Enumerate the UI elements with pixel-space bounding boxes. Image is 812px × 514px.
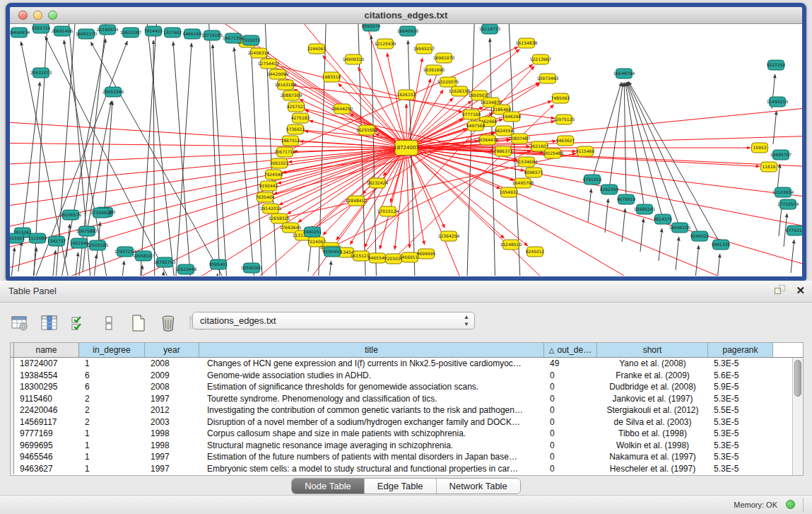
graph-node[interactable] bbox=[770, 97, 786, 107]
graph-node[interactable] bbox=[616, 69, 632, 78]
graph-edge[interactable] bbox=[695, 245, 699, 276]
graph-node[interactable] bbox=[637, 204, 653, 214]
graph-node[interactable] bbox=[293, 113, 309, 123]
graph-edge[interactable] bbox=[75, 252, 78, 276]
graph-node[interactable] bbox=[464, 110, 480, 119]
graph-node[interactable] bbox=[380, 206, 396, 216]
table-cell[interactable]: 0 bbox=[544, 370, 597, 382]
graph-node[interactable] bbox=[288, 102, 305, 112]
table-row[interactable]: 1938455462009Genome-wide association stu… bbox=[11, 370, 803, 382]
table-cell[interactable]: Estimation of the future numbers of pati… bbox=[199, 451, 544, 463]
table-cell[interactable]: 6 bbox=[79, 381, 145, 393]
graph-node[interactable] bbox=[787, 226, 803, 235]
graph-node[interactable] bbox=[395, 141, 418, 156]
graph-edge[interactable] bbox=[121, 261, 124, 276]
table-mode-icon[interactable] bbox=[10, 313, 30, 333]
graph-edge[interactable] bbox=[252, 49, 264, 276]
tab-node-table[interactable]: Node Table bbox=[292, 479, 365, 493]
table-cell[interactable]: 0 bbox=[544, 463, 597, 475]
graph-node[interactable] bbox=[495, 146, 512, 156]
table-cell[interactable]: 1998 bbox=[145, 440, 199, 452]
memory-status-icon[interactable] bbox=[786, 500, 795, 509]
table-cell[interactable]: Estimation of significance thresholds fo… bbox=[199, 381, 544, 393]
graph-node[interactable] bbox=[370, 253, 386, 263]
graph-node[interactable] bbox=[440, 77, 457, 87]
table-cell[interactable]: 0 bbox=[544, 451, 597, 463]
graph-node[interactable] bbox=[346, 54, 362, 64]
graph-node[interactable] bbox=[480, 135, 496, 145]
table-cell[interactable]: 0 bbox=[544, 428, 597, 440]
graph-edge[interactable] bbox=[773, 111, 777, 144]
graph-node[interactable] bbox=[277, 147, 293, 157]
table-cell[interactable]: Tourette syndrome. Phenomenology and cla… bbox=[199, 393, 544, 405]
table-selector-dropdown[interactable]: citations_edges.txt ▲▼ bbox=[192, 312, 475, 329]
graph-node[interactable] bbox=[752, 143, 768, 153]
graph-node[interactable] bbox=[399, 90, 415, 100]
graph-edge[interactable] bbox=[336, 148, 406, 240]
graph-node[interactable] bbox=[10, 233, 24, 243]
graph-node[interactable] bbox=[324, 247, 341, 257]
scrollbar-thumb[interactable] bbox=[794, 360, 801, 397]
graph-node[interactable] bbox=[496, 126, 512, 136]
graph-node[interactable] bbox=[519, 157, 535, 167]
table-row[interactable]: 1456911722003Disruption of a novel membe… bbox=[11, 416, 803, 428]
column-header-year[interactable]: year bbox=[145, 343, 199, 357]
graph-edge[interactable] bbox=[279, 148, 406, 205]
column-header-title[interactable]: title bbox=[199, 343, 544, 357]
graph-node[interactable] bbox=[768, 60, 784, 70]
graph-edge[interactable] bbox=[406, 148, 802, 276]
close-window-button[interactable] bbox=[18, 11, 28, 20]
graph-node[interactable] bbox=[426, 65, 442, 75]
graph-node[interactable] bbox=[263, 204, 279, 214]
graph-node[interactable] bbox=[283, 136, 299, 146]
graph-node[interactable] bbox=[540, 74, 556, 83]
graph-node[interactable] bbox=[692, 231, 708, 241]
column-header-name[interactable]: name bbox=[14, 343, 79, 357]
table-row[interactable]: 977716911998Corpus callosum shape and si… bbox=[11, 428, 803, 440]
table-cell[interactable]: 5.3E-5 bbox=[708, 428, 773, 440]
graph-node[interactable] bbox=[601, 185, 618, 194]
float-panel-icon[interactable] bbox=[775, 285, 786, 296]
table-cell[interactable]: Corpus callosum shape and size in male p… bbox=[199, 428, 544, 440]
table-row[interactable]: 946362711997Embryonic stem cells: a mode… bbox=[11, 463, 803, 475]
graph-edge[interactable] bbox=[273, 148, 406, 194]
graph-node[interactable] bbox=[363, 24, 379, 31]
graph-edge[interactable] bbox=[394, 148, 406, 250]
graph-node[interactable] bbox=[584, 175, 601, 185]
new-table-icon[interactable] bbox=[129, 313, 148, 333]
graph-edge[interactable] bbox=[45, 37, 190, 276]
graph-node[interactable] bbox=[271, 158, 288, 168]
graph-node[interactable] bbox=[30, 233, 46, 243]
graph-node[interactable] bbox=[178, 264, 194, 274]
table-cell[interactable]: 1 bbox=[79, 428, 145, 440]
table-cell[interactable]: 1997 bbox=[145, 463, 199, 475]
graph-node[interactable] bbox=[512, 134, 528, 144]
table-row[interactable]: 911546021997Tourette syndrome. Phenomeno… bbox=[11, 393, 803, 405]
graph-edge[interactable] bbox=[625, 83, 645, 209]
table-cell[interactable]: 5.9E-5 bbox=[708, 381, 773, 393]
window-titlebar[interactable]: citations_edges.txt bbox=[10, 7, 802, 24]
graph-edge[interactable] bbox=[18, 242, 22, 271]
table-cell[interactable]: Wolkin et al. (1998) bbox=[597, 440, 708, 452]
graph-node[interactable] bbox=[353, 251, 370, 261]
graph-node[interactable] bbox=[672, 223, 688, 233]
graph-node[interactable] bbox=[204, 30, 220, 40]
graph-node[interactable] bbox=[100, 25, 116, 35]
table-cell[interactable]: 9699695 bbox=[14, 440, 79, 452]
graph-edge[interactable] bbox=[328, 261, 331, 276]
table-cell[interactable]: 1 bbox=[79, 358, 145, 370]
table-cell[interactable]: 1 bbox=[79, 451, 145, 463]
graph-node[interactable] bbox=[504, 112, 520, 122]
table-cell[interactable]: 14569117 bbox=[14, 416, 79, 428]
table-cell[interactable]: Yano et al. (2008) bbox=[597, 358, 708, 370]
graph-node[interactable] bbox=[761, 162, 777, 172]
table-cell[interactable]: 6 bbox=[79, 370, 145, 382]
table-cell[interactable]: 9463627 bbox=[14, 463, 79, 475]
table-cell[interactable]: 2012 bbox=[145, 404, 199, 416]
graph-node[interactable] bbox=[418, 249, 435, 259]
graph-node[interactable] bbox=[416, 44, 433, 54]
table-row[interactable]: 1830029562008Estimation of significance … bbox=[11, 381, 803, 393]
table-cell[interactable]: 1997 bbox=[145, 451, 199, 463]
graph-node[interactable] bbox=[278, 80, 294, 90]
graph-node[interactable] bbox=[261, 59, 277, 69]
